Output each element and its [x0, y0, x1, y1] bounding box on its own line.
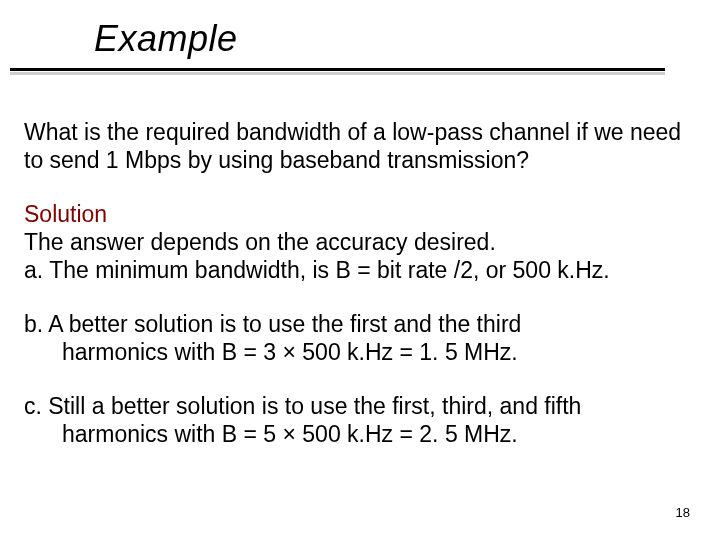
slide-body: What is the required bandwidth of a low-…	[24, 118, 690, 474]
solution-block-b: b. A better solution is to use the first…	[24, 310, 690, 366]
question-text: What is the required bandwidth of a low-…	[24, 118, 690, 174]
solution-label: Solution	[24, 201, 107, 227]
solution-intro: The answer depends on the accuracy desir…	[24, 228, 690, 256]
solution-block-c: c. Still a better solution is to use the…	[24, 392, 690, 448]
page-number: 18	[676, 505, 690, 520]
solution-block-a: Solution The answer depends on the accur…	[24, 200, 690, 284]
solution-item-a: a. The minimum bandwidth, is B = bit rat…	[24, 256, 690, 284]
title-underline-dark	[10, 68, 665, 71]
solution-item-c-line2: harmonics with B = 5 × 500 k.Hz = 2. 5 M…	[24, 420, 690, 448]
solution-item-b-line1: b. A better solution is to use the first…	[24, 310, 690, 338]
slide-title: Example	[94, 18, 238, 60]
slide: Example What is the required bandwidth o…	[0, 0, 720, 540]
title-underline-light	[10, 72, 665, 75]
solution-item-b-line2: harmonics with B = 3 × 500 k.Hz = 1. 5 M…	[24, 338, 690, 366]
solution-item-c-line1: c. Still a better solution is to use the…	[24, 392, 690, 420]
